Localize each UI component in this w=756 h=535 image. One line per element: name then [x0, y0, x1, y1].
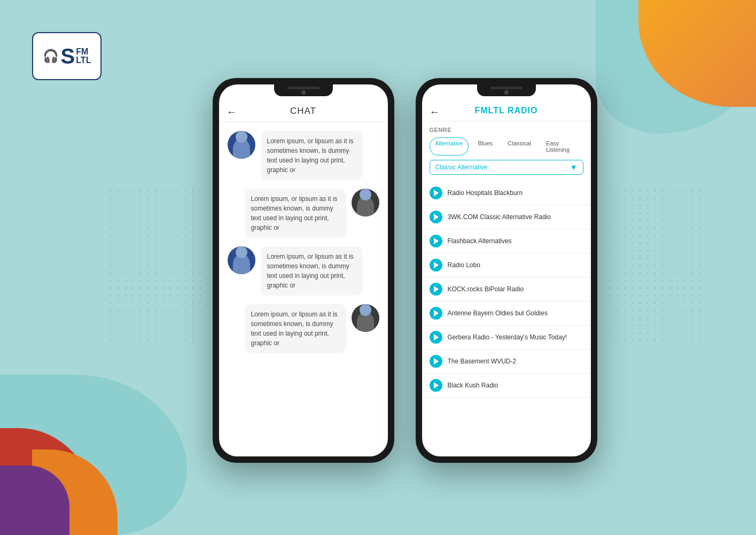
- genre-tab-classical[interactable]: Classical: [502, 137, 537, 156]
- chat-bubble-3: Lorem ipsum, or lipsum as it is sometime…: [261, 246, 362, 296]
- phone1-notch-bar: [287, 87, 319, 89]
- station-name-8: Black Kush Radio: [448, 382, 498, 389]
- radio-station-item-6[interactable]: Gerbera Radio - Yesterday's Music Today!: [422, 325, 591, 350]
- station-name-6: Gerbera Radio - Yesterday's Music Today!: [448, 334, 567, 341]
- play-button-0[interactable]: [430, 187, 442, 199]
- station-name-2: Flashback Alternatives: [448, 237, 512, 245]
- play-button-2[interactable]: [430, 235, 442, 247]
- chat-message-4: Lorem ipsum, or lipsum as it is sometime…: [228, 304, 379, 353]
- genre-section: GENRE Alternative Blues Classical Easy L…: [422, 121, 591, 181]
- chat-message-2: Lorem ipsum, or lipsum as it is sometime…: [228, 189, 379, 238]
- chat-messages: Lorem ipsum, or lipsum as it is sometime…: [219, 122, 388, 362]
- headphone-icon: 🎧: [43, 49, 59, 64]
- play-button-7[interactable]: [430, 355, 442, 368]
- avatar-3: [228, 246, 255, 274]
- genre-label: GENRE: [430, 127, 583, 133]
- genre-tabs: Alternative Blues Classical Easy Listeni…: [430, 137, 583, 156]
- play-icon-1: [434, 214, 439, 220]
- play-icon-3: [434, 262, 439, 268]
- station-name-1: 3WK.COM Classic Alternative Radio: [448, 213, 551, 221]
- station-name-5: Antenne Bayern Oldies but Goldies: [448, 309, 548, 317]
- phone1-notch: [274, 84, 333, 96]
- station-name-0: Radio Hospitals Blackburn: [448, 189, 523, 197]
- genre-tab-alternative[interactable]: Alternative: [430, 137, 469, 156]
- chat-bubble-4: Lorem ipsum, or lipsum as it is sometime…: [245, 304, 346, 353]
- chevron-down-icon: ▼: [570, 163, 578, 172]
- genre-tab-easy-listening[interactable]: Easy Listening: [540, 137, 583, 156]
- play-button-6[interactable]: [430, 331, 442, 344]
- chat-message-3: Lorem ipsum, or lipsum as it is sometime…: [228, 246, 379, 296]
- genre-tab-blues[interactable]: Blues: [472, 137, 498, 156]
- genre-dropdown[interactable]: Classic Alternative ▼: [430, 160, 583, 175]
- play-button-8[interactable]: [430, 379, 442, 392]
- phone2-notch: [477, 84, 536, 96]
- phone1-screen: ← CHAT Lorem ipsum, or lipsum as it is s…: [219, 84, 388, 456]
- station-name-3: Radio Lobo: [448, 261, 480, 269]
- play-button-3[interactable]: [430, 259, 442, 272]
- radio-back-button[interactable]: ←: [430, 106, 440, 118]
- radio-station-item-5[interactable]: Antenne Bayern Oldies but Goldies: [422, 301, 591, 325]
- logo-ltl: LTL: [76, 56, 91, 65]
- play-icon-0: [434, 190, 439, 196]
- avatar-figure-4: [357, 312, 374, 332]
- radio-station-item-4[interactable]: KOCK.rocks BiPolar Radio: [422, 277, 591, 301]
- radio-station-item-3[interactable]: Radio Lobo: [422, 253, 591, 277]
- genre-dropdown-value: Classic Alternative: [435, 164, 488, 171]
- play-icon-4: [434, 286, 439, 292]
- logo-fm: FM: [76, 48, 91, 56]
- radio-title: FMLTL RADIO: [475, 106, 538, 115]
- chat-back-button[interactable]: ←: [227, 106, 237, 118]
- chat-title: CHAT: [290, 106, 316, 117]
- phone1-notch-camera: [301, 90, 306, 95]
- play-icon-7: [434, 358, 439, 365]
- station-name-7: The Basement WVUD-2: [448, 358, 517, 365]
- play-button-1[interactable]: [430, 211, 442, 223]
- play-icon-6: [434, 334, 439, 340]
- radio-station-item-8[interactable]: Black Kush Radio: [422, 374, 591, 398]
- play-button-4[interactable]: [430, 283, 442, 296]
- chat-bubble-2: Lorem ipsum, or lipsum as it is sometime…: [245, 189, 346, 238]
- avatar-1: [228, 131, 255, 159]
- avatar-figure-1: [233, 138, 250, 159]
- logo-letter-s: S: [61, 45, 75, 67]
- phone2-notch-camera: [504, 90, 509, 95]
- avatar-figure-3: [233, 254, 250, 274]
- radio-station-item-7[interactable]: The Basement WVUD-2: [422, 350, 591, 374]
- phone2-notch-bar: [490, 87, 523, 89]
- avatar-figure-2: [357, 196, 374, 216]
- play-icon-8: [434, 382, 439, 389]
- phone-chat: ← CHAT Lorem ipsum, or lipsum as it is s…: [213, 78, 394, 463]
- avatar-4: [352, 304, 379, 332]
- app-logo: 🎧 S FM LTL: [32, 32, 102, 80]
- play-icon-5: [434, 310, 439, 316]
- chat-bubble-1: Lorem ipsum, or lipsum as it is sometime…: [261, 131, 362, 180]
- phone-radio: ← FMLTL RADIO GENRE Alternative Blues Cl…: [416, 78, 597, 463]
- station-name-4: KOCK.rocks BiPolar Radio: [448, 285, 524, 293]
- radio-station-item-2[interactable]: Flashback Alternatives: [422, 229, 591, 253]
- phones-container: ← CHAT Lorem ipsum, or lipsum as it is s…: [134, 48, 676, 492]
- radio-station-item-1[interactable]: 3WK.COM Classic Alternative Radio: [422, 205, 591, 229]
- avatar-2: [352, 189, 379, 216]
- radio-station-list: Radio Hospitals Blackburn3WK.COM Classic…: [422, 181, 591, 398]
- radio-station-item-0[interactable]: Radio Hospitals Blackburn: [422, 181, 591, 205]
- play-icon-2: [434, 238, 439, 244]
- chat-message-1: Lorem ipsum, or lipsum as it is sometime…: [228, 131, 379, 180]
- play-button-5[interactable]: [430, 307, 442, 320]
- phone2-screen: ← FMLTL RADIO GENRE Alternative Blues Cl…: [422, 84, 591, 456]
